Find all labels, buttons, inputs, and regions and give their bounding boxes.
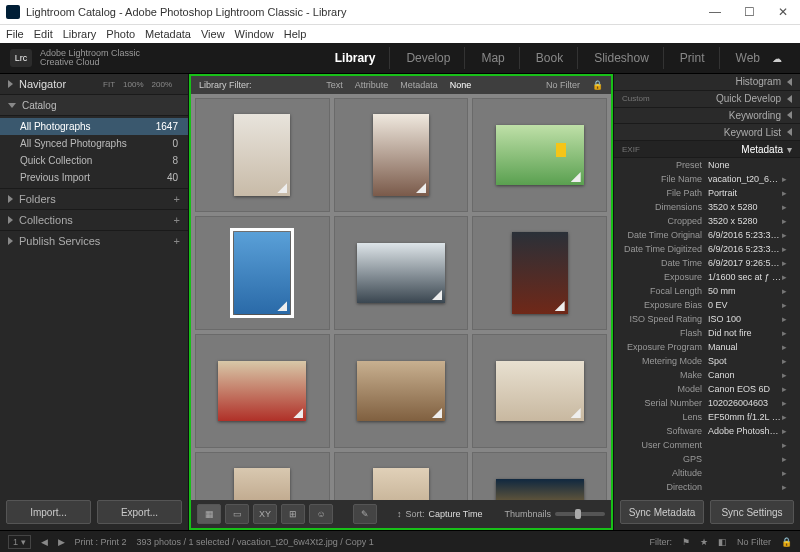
plus-icon[interactable]: + [174,193,180,205]
photo-thumbnail[interactable] [357,243,445,303]
metadata-value[interactable]: EF50mm f/1.2L USM [708,412,782,422]
photo-thumbnail[interactable] [496,125,584,185]
metadata-value[interactable]: Adobe Photoshop Lightroom 5... [708,426,782,436]
photo-thumbnail[interactable] [496,361,584,421]
metadata-value[interactable] [708,468,782,478]
grid-cell[interactable] [472,452,607,500]
thumbnail-grid[interactable] [191,94,611,500]
zoom-fit[interactable]: FIT [103,80,115,89]
photo-thumbnail[interactable] [218,361,306,421]
photo-thumbnail[interactable] [512,232,568,314]
goto-icon[interactable]: ▸ [782,272,792,282]
filter-tab-none[interactable]: None [450,80,472,90]
keywording-header[interactable]: Keywording [614,108,800,125]
goto-icon[interactable]: ▸ [782,244,792,254]
sync-metadata-button[interactable]: Sync Metadata [620,500,704,524]
prev-icon[interactable]: ◀ [41,537,48,547]
module-develop[interactable]: Develop [404,47,465,69]
photo-thumbnail-selected[interactable] [234,232,290,314]
import-button[interactable]: Import... [6,500,91,524]
navigator-header[interactable]: Navigator FIT 100% 200% [0,74,188,95]
metadata-value[interactable] [708,482,782,492]
metadata-value[interactable]: Spot [708,356,782,366]
catalog-item-quick-collection[interactable]: Quick Collection8 [0,152,188,169]
plus-icon[interactable]: + [174,214,180,226]
painter-tool-button[interactable]: ✎ [353,504,377,524]
filter-preset[interactable]: No Filter [546,80,580,90]
metadata-value[interactable]: 50 mm [708,286,782,296]
photo-thumbnail[interactable] [496,479,584,500]
metadata-value[interactable]: ISO 100 [708,314,782,324]
goto-icon[interactable]: ▸ [782,454,792,464]
grid-cell[interactable] [472,98,607,212]
photo-thumbnail[interactable] [357,361,445,421]
sort-value[interactable]: Capture Time [429,509,483,519]
catalog-header[interactable]: Catalog [0,95,188,116]
grid-cell[interactable] [472,216,607,330]
page-indicator[interactable]: 1 ▾ [8,535,31,549]
menu-help[interactable]: Help [284,28,307,40]
menu-library[interactable]: Library [63,28,97,40]
menu-photo[interactable]: Photo [106,28,135,40]
thumbnail-size-slider[interactable] [555,512,605,516]
goto-icon[interactable]: ▸ [782,188,792,198]
loupe-view-button[interactable]: ▭ [225,504,249,524]
goto-icon[interactable]: ▸ [782,384,792,394]
goto-icon[interactable]: ▸ [782,174,792,184]
goto-icon[interactable]: ▸ [782,468,792,478]
grid-cell[interactable] [334,216,469,330]
module-map[interactable]: Map [479,47,519,69]
grid-cell[interactable] [195,334,330,448]
goto-icon[interactable]: ▸ [782,286,792,296]
folders-header[interactable]: Folders+ [0,188,188,209]
metadata-value[interactable] [708,454,782,464]
filter-tab-metadata[interactable]: Metadata [400,80,438,90]
close-button[interactable]: ✕ [766,0,800,24]
flag-filter-icon[interactable]: ⚑ [682,537,690,547]
metadata-value[interactable]: 6/9/2016 5:23:34 PM [708,244,782,254]
module-book[interactable]: Book [534,47,578,69]
metadata-value[interactable]: 6/9/2016 5:23:34 PM [708,230,782,240]
filter-tab-text[interactable]: Text [326,80,343,90]
histogram-header[interactable]: Histogram [614,74,800,91]
goto-icon[interactable]: ▸ [782,440,792,450]
zoom-100[interactable]: 100% [123,80,143,89]
menu-window[interactable]: Window [235,28,274,40]
publish-services-header[interactable]: Publish Services+ [0,230,188,251]
grid-cell[interactable] [472,334,607,448]
goto-icon[interactable]: ▸ [782,230,792,240]
metadata-value[interactable]: vacation_t20_6w4Xt2.jpg [708,174,782,184]
metadata-value[interactable]: Did not fire [708,328,782,338]
goto-icon[interactable]: ▸ [782,398,792,408]
sort-direction-icon[interactable]: ↕ [397,509,402,519]
next-icon[interactable]: ▶ [58,537,65,547]
goto-icon[interactable]: ▸ [782,412,792,422]
export-button[interactable]: Export... [97,500,182,524]
catalog-item-all-photographs[interactable]: All Photographs1647 [0,118,188,135]
grid-cell[interactable] [334,334,469,448]
photo-thumbnail[interactable] [234,468,290,500]
star-filter-icon[interactable]: ★ [700,537,708,547]
goto-icon[interactable]: ▸ [782,342,792,352]
module-library[interactable]: Library [333,47,391,69]
goto-icon[interactable]: ▸ [782,356,792,366]
filter-tab-attribute[interactable]: Attribute [355,80,389,90]
metadata-header[interactable]: EXIFMetadata▾ [614,141,800,158]
metadata-value[interactable]: 3520 x 5280 [708,202,782,212]
metadata-value[interactable] [708,440,782,450]
grid-cell[interactable] [195,452,330,500]
photo-thumbnail[interactable] [373,114,429,196]
goto-icon[interactable]: ▸ [782,202,792,212]
menu-edit[interactable]: Edit [34,28,53,40]
goto-icon[interactable]: ▸ [782,370,792,380]
metadata-value[interactable]: 3520 x 5280 [708,216,782,226]
zoom-200[interactable]: 200% [152,80,172,89]
metadata-value[interactable]: 0 EV [708,300,782,310]
lock-icon[interactable]: 🔒 [781,537,792,547]
grid-cell[interactable] [195,216,330,330]
goto-icon[interactable]: ▸ [782,328,792,338]
metadata-value[interactable]: Canon [708,370,782,380]
grid-view-button[interactable]: ▦ [197,504,221,524]
metadata-value[interactable]: Portrait [708,188,782,198]
metadata-value[interactable]: 102026004603 [708,398,782,408]
